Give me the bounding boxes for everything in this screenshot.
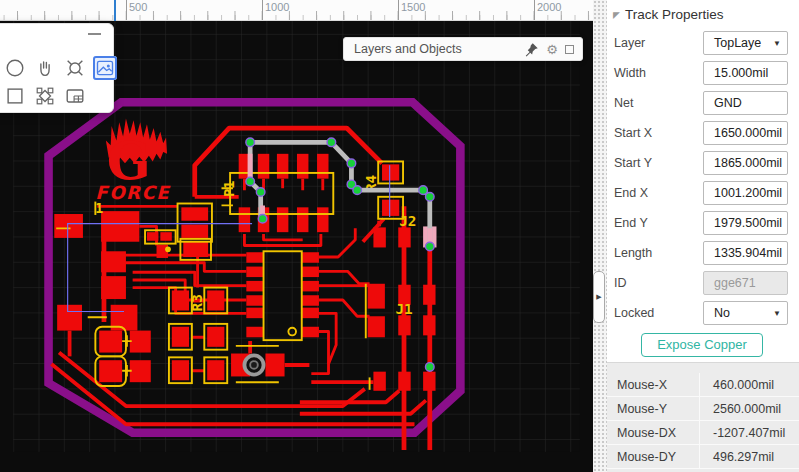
end-y-value: 1979.500mil (714, 216, 782, 230)
node-edit-icon (64, 57, 86, 79)
net-input[interactable]: GND (703, 91, 788, 115)
field-label: Length (614, 246, 652, 260)
cursor-position-marker (114, 0, 116, 21)
field-label: End Y (614, 216, 648, 230)
rectangle-icon (4, 85, 26, 107)
mouse-dx-label: Mouse-DX (607, 421, 700, 444)
silkscreen-dot (165, 247, 171, 253)
transform-icon (34, 85, 56, 107)
layer-select-value: TopLaye (714, 36, 761, 50)
mouse-dy-value: 496.297mil (700, 450, 774, 464)
horizontal-ruler: 500 1000 1500 2000 (0, 0, 593, 21)
start-x-input[interactable]: 1650.000mil (703, 121, 788, 145)
width-input[interactable]: 15.000mil (703, 61, 788, 85)
field-label: End X (614, 186, 648, 200)
field-row-locked: Locked No ▼ (607, 301, 799, 325)
transform-tool-button[interactable] (33, 84, 57, 108)
ruler-label: 2000 (537, 1, 561, 13)
layers-panel-title: Layers and Objects (344, 42, 524, 56)
collapse-arrow-icon: ▶ (596, 293, 601, 301)
ruler-label: 1000 (265, 1, 289, 13)
logo-force: FORCE (95, 182, 171, 203)
end-x-input[interactable]: 1001.200mil (703, 181, 788, 205)
start-y-value: 1865.000mil (714, 156, 782, 170)
hand-icon (34, 57, 56, 79)
via[interactable] (244, 355, 263, 374)
pan-tool-button[interactable] (33, 56, 57, 80)
layer-select[interactable]: TopLaye ▼ (703, 31, 788, 55)
start-x-value: 1650.000mil (714, 126, 782, 140)
chevron-down-icon: ▼ (773, 309, 781, 318)
collapse-triangle-icon: ◤ (613, 10, 620, 20)
field-row-end-y: End Y 1979.500mil (607, 211, 799, 235)
mouse-x-label: Mouse-X (607, 373, 700, 396)
mouse-dy-label: Mouse-DY (607, 445, 700, 468)
field-label: ID (614, 276, 627, 290)
field-label: Start X (614, 126, 652, 140)
j1-label: J1 (395, 301, 412, 317)
tool-palette[interactable] (0, 23, 114, 113)
table-row: Mouse-X 460.000mil (607, 373, 799, 397)
image-icon (95, 58, 115, 78)
field-label: Layer (614, 36, 645, 50)
circle-tool-button[interactable] (3, 56, 27, 80)
field-row-start-x: Start X 1650.000mil (607, 121, 799, 145)
pin-one-label: 1 (95, 201, 103, 216)
end-x-value: 1001.200mil (714, 186, 782, 200)
length-value: 1335.904mil (714, 246, 782, 260)
chevron-down-icon: ▼ (773, 39, 781, 48)
track-properties-panel: ◤ Track Properties Layer TopLaye ▼ Width… (607, 0, 799, 472)
image-tool-button[interactable] (93, 56, 117, 80)
locked-select[interactable]: No ▼ (703, 301, 788, 325)
r3-label: R3 (189, 294, 205, 311)
field-label: Net (614, 96, 633, 110)
layers-objects-panel-header[interactable]: Layers and Objects ⚙ (343, 37, 583, 61)
panel-layout-icon (64, 85, 86, 107)
pin-icon[interactable] (524, 42, 539, 57)
expose-copper-button[interactable]: Expose Copper (641, 333, 763, 357)
field-label: Start Y (614, 156, 652, 170)
mouse-coordinates-panel: Mouse-X 460.000mil Mouse-Y 2560.000mil M… (607, 362, 799, 472)
net-value: GND (714, 96, 742, 110)
locked-select-value: No (714, 306, 730, 320)
end-y-input[interactable]: 1979.500mil (703, 211, 788, 235)
field-label: Locked (614, 306, 654, 320)
table-row: Mouse-DX -1207.407mil (607, 421, 799, 445)
panel-layout-tool-button[interactable] (63, 84, 87, 108)
node-edit-tool-button[interactable] (63, 56, 87, 80)
j2-label: J2 (399, 213, 416, 229)
circle-icon (4, 57, 26, 79)
field-row-width: Width 15.000mil (607, 61, 799, 85)
gear-icon[interactable]: ⚙ (546, 43, 558, 56)
mouse-y-label: Mouse-Y (607, 397, 700, 420)
field-row-length: Length 1335.904mil (607, 241, 799, 265)
maximize-icon[interactable] (565, 45, 574, 54)
start-y-input[interactable]: 1865.000mil (703, 151, 788, 175)
ruler-label: 500 (129, 1, 147, 13)
panel-title: Track Properties (625, 7, 724, 22)
panel-splitter[interactable] (593, 0, 607, 472)
field-label: Width (614, 66, 646, 80)
mouse-x-value: 460.000mil (700, 378, 774, 392)
field-row-layer: Layer TopLaye ▼ (607, 31, 799, 55)
field-row-start-y: Start Y 1865.000mil (607, 151, 799, 175)
mouse-dx-value: -1207.407mil (700, 426, 785, 440)
field-row-id: ID gge671 (607, 271, 799, 295)
width-value: 15.000mil (714, 66, 768, 80)
field-row-net: Net GND (607, 91, 799, 115)
mouse-y-value: 2560.000mil (700, 402, 781, 416)
id-input: gge671 (703, 271, 788, 295)
p1-label: P1 (222, 181, 237, 197)
minimize-icon[interactable] (88, 33, 101, 35)
length-input[interactable]: 1335.904mil (703, 241, 788, 265)
panel-header[interactable]: ◤ Track Properties (613, 7, 723, 22)
table-row: Mouse-Y 2560.000mil (607, 397, 799, 421)
panel-collapse-handle[interactable]: ▶ (593, 271, 605, 323)
ruler-label: 1500 (401, 1, 425, 13)
id-value: gge671 (714, 276, 756, 290)
field-row-end-x: End X 1001.200mil (607, 181, 799, 205)
rect-tool-button[interactable] (3, 84, 27, 108)
table-row: Mouse-DY 496.297mil (607, 445, 799, 469)
